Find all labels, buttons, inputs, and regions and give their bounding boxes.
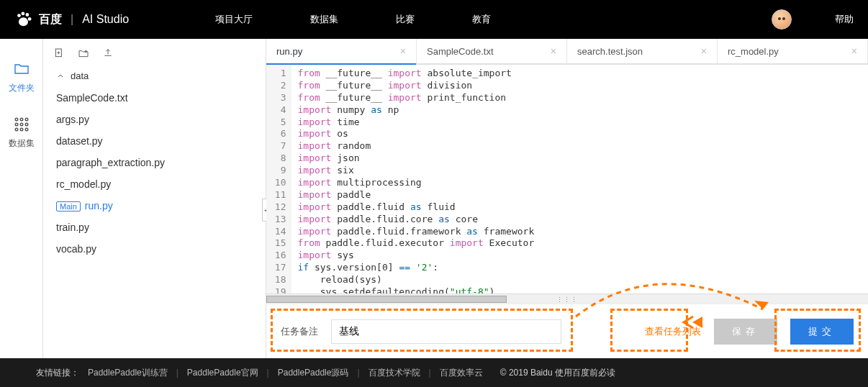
folder-data[interactable]: data [53,65,256,87]
nav-link-datasets[interactable]: 数据集 [310,13,338,26]
new-folder-icon[interactable] [78,47,89,59]
file-samplecode[interactable]: SampleCode.txt [53,87,256,109]
brand-sub: AI Studio [82,13,129,26]
tab-rc-model[interactable]: rc_model.py × [718,39,868,63]
scrollbar-grip-icon: ⋮⋮⋮ [556,296,578,304]
view-tasks-link[interactable]: 查看任务列表 [645,325,701,338]
tab-label: search.test.json [577,46,643,57]
brand-sep: | [71,13,73,26]
footer-link-official[interactable]: PaddlePaddle官网 [187,367,258,379]
file-run-label: run.py [85,200,113,211]
task-bar: 任务备注 查看任务列表 保存 提交 [266,304,868,358]
left-rail: 文件夹 数据集 [0,39,43,358]
svg-point-10 [25,123,28,126]
chevron-down-icon [56,72,65,81]
main-badge: Main [56,201,81,211]
nav-link-projects[interactable]: 项目大厅 [215,13,253,26]
footer-copyright: © 2019 Baidu 使用百度前必读 [500,367,615,379]
new-file-icon[interactable] [53,47,65,59]
file-args[interactable]: args.py [53,109,256,130]
svg-point-9 [20,123,23,126]
svg-point-7 [25,118,28,121]
footer-link-academy[interactable]: 百度技术学院 [369,367,420,379]
svg-point-6 [20,118,23,121]
close-icon[interactable]: × [551,45,556,57]
code-editor[interactable]: 1234567891011121314151617181920▾21222324… [266,65,868,293]
close-icon[interactable]: × [851,45,857,57]
svg-point-2 [25,13,29,17]
nav-link-competitions[interactable]: 比赛 [396,13,415,26]
file-list: data SampleCode.txt args.py dataset.py p… [43,65,266,260]
file-tree: data SampleCode.txt args.py dataset.py p… [43,39,266,358]
baidu-paw-icon [14,10,33,29]
file-paragraph-extraction[interactable]: paragraph_extraction.py [53,152,256,173]
task-note-input[interactable] [331,319,561,344]
svg-point-11 [15,128,18,131]
tab-samplecode[interactable]: SampleCode.txt × [417,39,567,63]
save-button[interactable]: 保存 [714,319,777,345]
footer-link-training[interactable]: PaddlePaddle训练营 [88,367,168,379]
tab-label: run.py [276,46,302,57]
file-rc-model[interactable]: rc_model.py [53,173,256,195]
folder-label: data [71,70,89,81]
editor-area: ◀ run.py × SampleCode.txt × search.test.… [266,39,868,358]
scrollbar-thumb[interactable] [266,296,507,303]
nav-link-education[interactable]: 教育 [472,13,491,26]
close-icon[interactable]: × [701,45,707,57]
brand-text: 百度 [39,12,62,27]
close-icon[interactable]: × [400,45,406,57]
footer-lead: 友情链接： [36,367,79,379]
avatar[interactable] [772,9,792,29]
rail-item-files[interactable]: 文件夹 [9,60,35,94]
rail-item-datasets[interactable]: 数据集 [9,116,35,150]
task-note-label: 任务备注 [281,325,318,338]
svg-point-0 [17,14,21,17]
svg-point-5 [15,118,18,121]
rail-label-datasets: 数据集 [9,137,35,150]
rail-label-files: 文件夹 [9,82,35,94]
horizontal-scrollbar[interactable]: ⋮⋮⋮ [266,293,868,304]
svg-point-4 [19,17,28,26]
file-dataset[interactable]: dataset.py [53,130,256,152]
dataset-icon [13,116,30,133]
editor-tabs: run.py × SampleCode.txt × search.test.js… [266,39,868,65]
nav-links: 项目大厅 数据集 比赛 教育 [215,13,491,26]
footer: 友情链接： PaddlePaddle训练营| PaddlePaddle官网| P… [0,358,868,387]
footer-link-efficiency[interactable]: 百度效率云 [440,367,483,379]
tab-run[interactable]: run.py × [266,39,417,63]
top-nav: 百度 | AI Studio 项目大厅 数据集 比赛 教育 帮助 [0,0,868,39]
tab-label: rc_model.py [728,46,779,57]
file-toolbar [43,39,266,65]
file-vocab[interactable]: vocab.py [53,238,256,260]
file-run[interactable]: Mainrun.py [53,195,256,217]
svg-point-13 [25,128,28,131]
svg-point-12 [20,128,23,131]
tab-search-json[interactable]: search.test.json × [567,39,718,63]
svg-point-1 [22,12,25,15]
submit-button[interactable]: 提交 [790,319,854,345]
footer-link-source[interactable]: PaddlePaddle源码 [278,367,349,379]
svg-point-3 [28,17,32,21]
code-lines[interactable]: from __future__ import absolute_importfr… [291,65,868,293]
folder-icon [13,60,30,78]
line-gutter: 1234567891011121314151617181920▾21222324 [266,65,291,293]
file-train[interactable]: train.py [53,217,256,238]
upload-icon[interactable] [102,47,114,59]
tab-label: SampleCode.txt [427,46,494,57]
logo-area[interactable]: 百度 | AI Studio [14,10,129,29]
help-link[interactable]: 帮助 [835,13,854,26]
svg-point-8 [15,123,18,126]
